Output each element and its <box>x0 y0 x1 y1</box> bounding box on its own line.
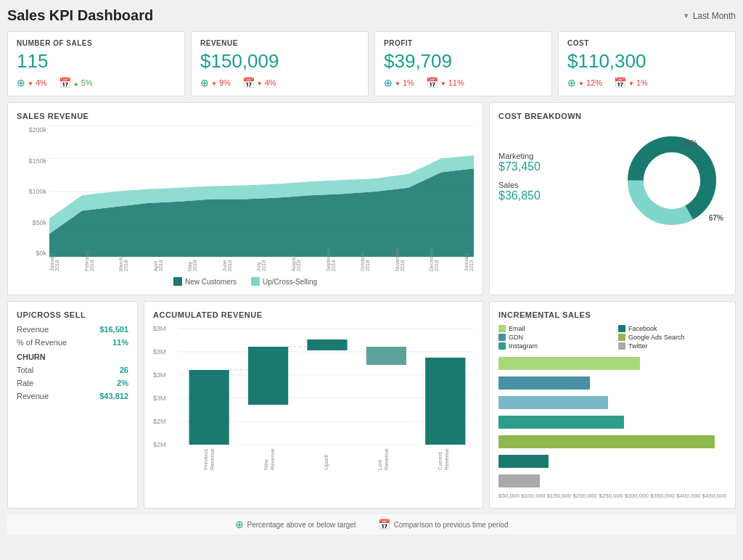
legend-gdn-dot <box>498 334 506 341</box>
accum-y4: $3M <box>153 395 178 402</box>
legend-instagram-dot <box>498 342 506 350</box>
kpi-value-cost: $110,300 <box>567 50 726 73</box>
kpi-card-revenue: REVENUE $150,009 ⊕ 9% 📅 4% <box>191 31 369 96</box>
legend-instagram: Instagram <box>498 342 607 350</box>
page-title: Sales KPI Dashboard <box>7 7 153 24</box>
accum-x4: Lost Revenue <box>377 450 390 470</box>
kpi-title-profit: PROFIT <box>384 39 543 47</box>
cost-labels: Marketing $73,450 Sales $36,850 <box>498 152 610 210</box>
kpi-title-revenue: REVENUE <box>200 39 359 47</box>
filter-icon: ▼ <box>683 12 690 20</box>
donut-label-67: 67% <box>709 214 723 222</box>
y-label-100: $100k <box>17 188 49 195</box>
upcross-title: UP/CROSS SELL <box>17 310 128 319</box>
legend-twitter-label: Twitter <box>628 342 648 350</box>
y-label-50: $50k <box>17 219 49 226</box>
svg-rect-14 <box>189 370 229 445</box>
sales-label: Sales $36,850 <box>498 181 610 202</box>
x-may18: May 2018 <box>187 258 197 271</box>
inc-bar-chart: $50,000 $100,000 $150,000 $200,000 $250,… <box>498 355 726 499</box>
accumulated-revenue-card: ACCUMULATED REVENUE $3M $3M $3M $3M $2M … <box>144 301 483 508</box>
calendar-icon: 📅 <box>59 77 71 88</box>
bar-gdn1-fill <box>498 376 590 390</box>
inc-legend: Email Facebook GDN Google Ads Search Ins… <box>498 325 726 350</box>
churn-rev-label: Revenue <box>17 392 49 400</box>
marketing-name: Marketing <box>498 152 610 160</box>
filter-label: Last Month <box>693 11 736 21</box>
main-grid: SALES REVENUE $200k $150k $100k $50k $0k <box>7 102 736 295</box>
arrow-down-icon-6 <box>578 78 584 87</box>
calendar-icon-2: 📅 <box>242 77 255 88</box>
accum-x3: Upsell <box>323 450 329 470</box>
churn-rate-label: Rate <box>17 379 33 387</box>
legend-twitter: Twitter <box>618 342 726 350</box>
legend-gdn-label: GDN <box>509 334 523 341</box>
inc-x-axis: $50,000 $100,000 $150,000 $200,000 $250,… <box>498 493 726 499</box>
target-icon-4: ⊕ <box>567 77 576 88</box>
kpi-metrics-sales: ⊕ 4% 📅 5% <box>17 77 176 88</box>
legend-upcross-dot <box>251 277 260 286</box>
accum-y6: $2M <box>153 441 178 448</box>
bar-gdn1 <box>498 375 726 391</box>
header: Sales KPI Dashboard ▼ Last Month <box>7 7 736 24</box>
bar-facebook <box>498 453 726 469</box>
churn-rate-row: Rate 2% <box>17 379 128 387</box>
upcross-churn-card: UP/CROSS SELL Revenue $16,501 % of Reven… <box>7 301 138 508</box>
legend-upcross-label: Up/Cross-Selling <box>263 278 317 286</box>
legend-email: Email <box>498 325 607 332</box>
sales-value: $36,850 <box>498 189 610 202</box>
y-axis: $200k $150k $100k $50k $0k <box>17 126 49 257</box>
bar-google-ads-fill <box>498 435 715 448</box>
bar-email-fill <box>498 357 640 370</box>
chart-legend: New Customers Up/Cross-Selling <box>17 277 474 286</box>
bar-google-ads <box>498 434 726 450</box>
y-label-200: $200k <box>17 126 49 133</box>
bar-twitter-fill <box>498 474 540 487</box>
arrow-down-icon-7 <box>628 78 634 87</box>
x-oct18: October 2018 <box>360 258 370 271</box>
kpi-value-revenue: $150,009 <box>200 50 359 73</box>
upcross-percent-row: % of Revenue 11% <box>17 338 128 347</box>
accum-plot: Previous Revenue New Revenue Upsell Lost… <box>178 325 474 470</box>
arrow-up-icon <box>73 78 79 87</box>
kpi-metric-target-cost: ⊕ 12% <box>567 77 602 88</box>
legend-twitter-dot <box>618 342 625 350</box>
kpi-card-cost: COST $110,300 ⊕ 12% 📅 1% <box>558 31 736 96</box>
area-chart-svg <box>49 126 474 257</box>
kpi-row: NUMBER OF SALES 115 ⊕ 4% 📅 5% REVENUE $1… <box>7 31 736 96</box>
kpi-value-profit: $39,709 <box>384 50 543 73</box>
kpi-metric-target-profit: ⊕ 1% <box>384 77 414 88</box>
kpi-metric-calendar-revenue: 📅 4% <box>242 77 276 88</box>
x-feb18: February 2018 <box>84 258 94 271</box>
footer-target-icon: ⊕ <box>235 519 244 530</box>
legend-instagram-label: Instagram <box>509 342 538 350</box>
accum-y-axis: $3M $3M $3M $3M $2M $2M <box>153 325 178 470</box>
arrow-down-icon <box>28 78 33 87</box>
y-label-0: $0k <box>17 250 49 257</box>
footer-calendar-icon: 📅 <box>378 519 390 530</box>
accum-y3: $3M <box>153 371 178 379</box>
kpi-card-sales: NUMBER OF SALES 115 ⊕ 4% 📅 5% <box>7 31 185 96</box>
filter-control[interactable]: ▼ Last Month <box>683 11 736 21</box>
churn-rev-value: $43,812 <box>99 392 128 400</box>
upcross-revenue-value: $16,501 <box>99 325 128 334</box>
kpi-metric-calendar-profit: 📅 11% <box>426 77 464 88</box>
incremental-sales-card: INCREMENTAL SALES Email Facebook GDN Go <box>489 301 736 508</box>
x-nov18: November 2018 <box>395 258 405 271</box>
calendar-icon-3: 📅 <box>426 77 438 88</box>
x-jan18: January 2018 <box>49 258 59 271</box>
metric-cal-val-profit: 11% <box>448 78 464 87</box>
kpi-card-profit: PROFIT $39,709 ⊕ 1% 📅 11% <box>374 31 552 96</box>
y-label-150: $150k <box>17 157 49 165</box>
x-apr18: April 2018 <box>153 258 163 271</box>
kpi-metric-target-revenue: ⊕ 9% <box>200 77 231 88</box>
x-aug18: August 2018 <box>291 258 301 271</box>
inc-x3: $150,000 <box>547 493 571 499</box>
inc-x6: $300,000 <box>625 493 649 499</box>
donut-label-33: 33% <box>683 139 697 147</box>
svg-rect-16 <box>307 339 347 350</box>
bar-gdn2 <box>498 395 726 411</box>
inc-x8: $400,000 <box>676 493 700 499</box>
legend-new-customers-label: New Customers <box>185 278 237 286</box>
arrow-down-icon-4 <box>395 78 401 87</box>
